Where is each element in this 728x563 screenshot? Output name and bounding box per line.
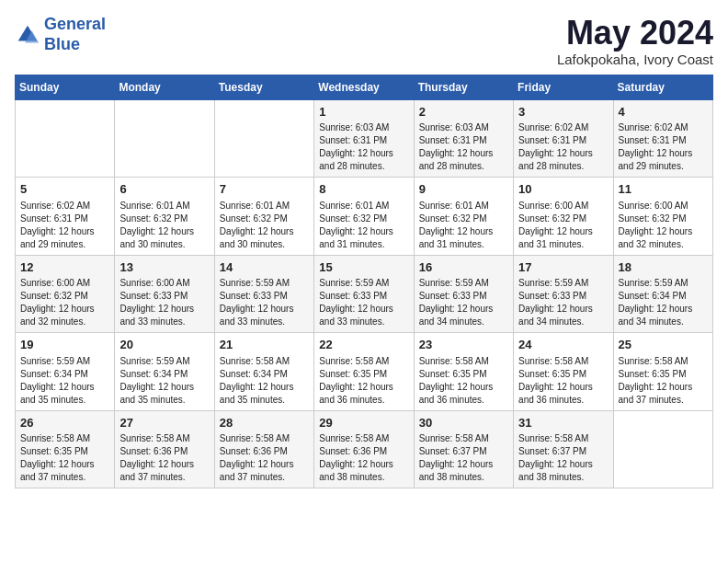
day-info: Sunrise: 5:58 AM Sunset: 6:35 PM Dayligh… [419, 355, 508, 407]
logo-icon [15, 22, 40, 48]
day-number: 1 [319, 104, 408, 121]
day-info: Sunrise: 5:58 AM Sunset: 6:35 PM Dayligh… [319, 355, 408, 407]
calendar-cell: 15Sunrise: 5:59 AM Sunset: 6:33 PM Dayli… [314, 255, 414, 333]
day-info: Sunrise: 5:58 AM Sunset: 6:36 PM Dayligh… [119, 432, 209, 484]
calendar-cell: 24Sunrise: 5:58 AM Sunset: 6:35 PM Dayli… [514, 333, 613, 411]
day-info: Sunrise: 5:58 AM Sunset: 6:36 PM Dayligh… [319, 432, 408, 484]
day-info: Sunrise: 5:58 AM Sunset: 6:37 PM Dayligh… [518, 432, 608, 484]
weekday-header: Thursday [414, 75, 513, 99]
day-number: 23 [419, 337, 508, 353]
calendar-cell: 10Sunrise: 6:00 AM Sunset: 6:32 PM Dayli… [514, 178, 613, 256]
calendar-cell: 28Sunrise: 5:58 AM Sunset: 6:36 PM Dayli… [214, 410, 313, 488]
day-info: Sunrise: 5:58 AM Sunset: 6:35 PM Dayligh… [20, 432, 109, 484]
calendar-cell: 25Sunrise: 5:58 AM Sunset: 6:35 PM Dayli… [613, 333, 712, 411]
day-number: 25 [619, 337, 708, 353]
header-row: SundayMondayTuesdayWednesdayThursdayFrid… [16, 75, 713, 99]
calendar-cell [115, 99, 214, 178]
calendar-week-row: 5Sunrise: 6:02 AM Sunset: 6:31 PM Daylig… [16, 178, 713, 256]
calendar-cell: 12Sunrise: 6:00 AM Sunset: 6:32 PM Dayli… [16, 255, 115, 333]
calendar-cell: 2Sunrise: 6:03 AM Sunset: 6:31 PM Daylig… [414, 99, 513, 178]
day-number: 6 [119, 181, 209, 198]
weekday-header: Friday [514, 75, 613, 99]
calendar-week-row: 1Sunrise: 6:03 AM Sunset: 6:31 PM Daylig… [16, 99, 713, 178]
calendar-cell: 17Sunrise: 5:59 AM Sunset: 6:33 PM Dayli… [514, 255, 613, 333]
day-number: 20 [119, 337, 209, 353]
day-info: Sunrise: 6:00 AM Sunset: 6:32 PM Dayligh… [518, 200, 608, 251]
day-number: 18 [619, 259, 708, 276]
calendar-cell: 27Sunrise: 5:58 AM Sunset: 6:36 PM Dayli… [115, 410, 214, 488]
calendar-cell: 21Sunrise: 5:58 AM Sunset: 6:34 PM Dayli… [214, 333, 313, 411]
day-info: Sunrise: 5:59 AM Sunset: 6:33 PM Dayligh… [319, 277, 408, 328]
calendar-cell [613, 410, 712, 488]
day-info: Sunrise: 5:58 AM Sunset: 6:35 PM Dayligh… [619, 355, 708, 407]
calendar-cell: 4Sunrise: 6:02 AM Sunset: 6:31 PM Daylig… [613, 99, 712, 178]
day-number: 15 [319, 259, 408, 276]
day-info: Sunrise: 6:02 AM Sunset: 6:31 PM Dayligh… [518, 121, 608, 173]
day-info: Sunrise: 5:59 AM Sunset: 6:34 PM Dayligh… [119, 355, 209, 407]
calendar-cell: 7Sunrise: 6:01 AM Sunset: 6:32 PM Daylig… [214, 178, 313, 256]
day-number: 22 [319, 337, 408, 353]
page-header: General Blue May 2024 Lafokpokaha, Ivory… [15, 15, 713, 67]
calendar-week-row: 26Sunrise: 5:58 AM Sunset: 6:35 PM Dayli… [16, 410, 713, 488]
day-info: Sunrise: 6:01 AM Sunset: 6:32 PM Dayligh… [319, 200, 408, 251]
day-info: Sunrise: 5:59 AM Sunset: 6:33 PM Dayligh… [518, 277, 608, 328]
calendar-cell: 1Sunrise: 6:03 AM Sunset: 6:31 PM Daylig… [314, 99, 414, 178]
month-title: May 2024 [557, 15, 713, 52]
calendar-cell: 13Sunrise: 6:00 AM Sunset: 6:33 PM Dayli… [115, 255, 214, 333]
day-info: Sunrise: 6:01 AM Sunset: 6:32 PM Dayligh… [419, 200, 508, 251]
day-info: Sunrise: 6:01 AM Sunset: 6:32 PM Dayligh… [119, 200, 209, 251]
calendar-cell: 16Sunrise: 5:59 AM Sunset: 6:33 PM Dayli… [414, 255, 513, 333]
day-number: 17 [518, 259, 608, 276]
day-number: 27 [119, 415, 209, 431]
day-number: 5 [20, 181, 109, 198]
day-info: Sunrise: 6:02 AM Sunset: 6:31 PM Dayligh… [20, 200, 109, 251]
calendar-cell: 22Sunrise: 5:58 AM Sunset: 6:35 PM Dayli… [314, 333, 414, 411]
day-info: Sunrise: 6:02 AM Sunset: 6:31 PM Dayligh… [619, 121, 708, 173]
day-number: 28 [220, 415, 309, 431]
calendar-cell: 8Sunrise: 6:01 AM Sunset: 6:32 PM Daylig… [314, 178, 414, 256]
day-info: Sunrise: 6:00 AM Sunset: 6:32 PM Dayligh… [20, 277, 109, 328]
logo: General Blue [15, 15, 106, 54]
day-info: Sunrise: 5:58 AM Sunset: 6:35 PM Dayligh… [518, 355, 608, 407]
calendar-week-row: 12Sunrise: 6:00 AM Sunset: 6:32 PM Dayli… [16, 255, 713, 333]
calendar-cell [214, 99, 313, 178]
day-info: Sunrise: 5:59 AM Sunset: 6:34 PM Dayligh… [20, 355, 109, 407]
day-number: 14 [220, 259, 309, 276]
calendar-cell: 31Sunrise: 5:58 AM Sunset: 6:37 PM Dayli… [514, 410, 613, 488]
day-number: 16 [419, 259, 508, 276]
day-info: Sunrise: 6:03 AM Sunset: 6:31 PM Dayligh… [319, 121, 408, 173]
day-number: 29 [319, 415, 408, 431]
day-number: 2 [419, 104, 508, 121]
day-number: 10 [518, 181, 608, 198]
day-number: 12 [20, 259, 109, 276]
day-number: 7 [220, 181, 309, 198]
day-info: Sunrise: 5:59 AM Sunset: 6:33 PM Dayligh… [419, 277, 508, 328]
day-number: 4 [619, 104, 708, 121]
day-info: Sunrise: 6:00 AM Sunset: 6:32 PM Dayligh… [619, 200, 708, 251]
calendar-cell: 23Sunrise: 5:58 AM Sunset: 6:35 PM Dayli… [414, 333, 513, 411]
day-number: 26 [20, 415, 109, 431]
calendar-cell: 20Sunrise: 5:59 AM Sunset: 6:34 PM Dayli… [115, 333, 214, 411]
day-info: Sunrise: 5:59 AM Sunset: 6:34 PM Dayligh… [619, 277, 708, 328]
calendar-cell: 26Sunrise: 5:58 AM Sunset: 6:35 PM Dayli… [16, 410, 115, 488]
day-number: 13 [119, 259, 209, 276]
day-info: Sunrise: 5:59 AM Sunset: 6:33 PM Dayligh… [220, 277, 309, 328]
day-number: 9 [419, 181, 508, 198]
day-number: 24 [518, 337, 608, 353]
title-block: May 2024 Lafokpokaha, Ivory Coast [557, 15, 713, 67]
day-number: 8 [319, 181, 408, 198]
calendar-cell: 6Sunrise: 6:01 AM Sunset: 6:32 PM Daylig… [115, 178, 214, 256]
day-info: Sunrise: 5:58 AM Sunset: 6:37 PM Dayligh… [419, 432, 508, 484]
calendar-cell: 9Sunrise: 6:01 AM Sunset: 6:32 PM Daylig… [414, 178, 513, 256]
weekday-header: Wednesday [314, 75, 414, 99]
calendar-cell: 18Sunrise: 5:59 AM Sunset: 6:34 PM Dayli… [613, 255, 712, 333]
weekday-header: Saturday [613, 75, 712, 99]
day-info: Sunrise: 6:03 AM Sunset: 6:31 PM Dayligh… [419, 121, 508, 173]
calendar-cell: 14Sunrise: 5:59 AM Sunset: 6:33 PM Dayli… [214, 255, 313, 333]
calendar-cell [16, 99, 115, 178]
calendar-cell: 3Sunrise: 6:02 AM Sunset: 6:31 PM Daylig… [514, 99, 613, 178]
day-number: 21 [220, 337, 309, 353]
day-info: Sunrise: 6:00 AM Sunset: 6:33 PM Dayligh… [119, 277, 209, 328]
day-number: 31 [518, 415, 608, 431]
day-number: 3 [518, 104, 608, 121]
